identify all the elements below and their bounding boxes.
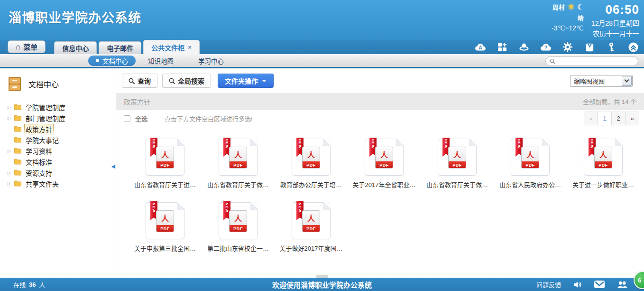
users-icon[interactable] [616, 280, 628, 289]
open-tabs: 信息中心 电子邮件 公共文件柜 × [54, 40, 202, 54]
tree-item-label: 学院管理制度 [25, 103, 66, 112]
dogear-corner [177, 139, 184, 146]
select-all-checkbox[interactable] [124, 115, 130, 122]
tree-item[interactable]: ▷ 文档标准 [0, 156, 116, 167]
expand-arrow-icon[interactable]: ▷ [8, 181, 14, 186]
global-search-button-label: 全局搜索 [178, 76, 204, 85]
sidebar-title: 文档中心 [28, 78, 59, 90]
subtab[interactable]: 学习中心 [186, 56, 236, 66]
search-input[interactable] [558, 58, 634, 65]
settings-icon[interactable] [561, 41, 574, 53]
selection-bar: 全选 点击下方文件空白区域进行多选! « 1 2 » [116, 110, 644, 127]
file-item[interactable]: NEW 人 PDF 第二批山东省校企一… [202, 202, 275, 253]
tab-close-icon[interactable]: × [188, 44, 192, 51]
tab[interactable]: 电子邮件 [99, 41, 141, 54]
file-item[interactable]: NEW 人 PDF 山东省教育厅关于做… [421, 139, 494, 189]
expand-arrow-icon[interactable]: ▷ [8, 105, 14, 110]
help-cloud-icon[interactable]: ? [540, 41, 552, 53]
sidebar: 文档中心 ▷ 学院管理制度 ▷ [0, 68, 116, 275]
add-apps-icon[interactable] [496, 41, 508, 53]
subtab-label: 学习中心 [198, 56, 224, 66]
font-cloud-icon[interactable]: A [474, 41, 487, 53]
expand-arrow-icon[interactable]: ▷ [8, 116, 14, 121]
acrobat-glyph: 人 [230, 211, 247, 225]
file-item[interactable]: NEW 人 PDF 关于进一步做好职业… [567, 139, 640, 189]
pdf-icon: 人 PDF [302, 147, 320, 169]
file-card[interactable]: NEW 人 PDF [584, 139, 623, 176]
expand-arrow-icon[interactable]: ▷ [8, 170, 14, 175]
tree-item-label: 文档标准 [25, 157, 53, 167]
file-item[interactable]: NEW 人 PDF 山东省教育厅关于做… [202, 139, 275, 189]
weather-widget: 周村 ☀ ☾ 晴 -3℃~12℃ 06:50 12月28日星期四 农历十一月十一 [552, 2, 639, 38]
page-button[interactable]: 2 [611, 112, 626, 125]
expand-arrow-icon[interactable]: ▷ [8, 149, 14, 153]
tab[interactable]: 信息中心 [54, 41, 97, 54]
global-search-button[interactable]: 全局搜索 [162, 74, 211, 88]
file-card[interactable]: NEW 人 PDF [292, 139, 331, 176]
query-button[interactable]: 查询 [122, 74, 157, 88]
file-name: 山东省教育厅关于进… [134, 180, 196, 189]
file-card[interactable]: NEW 人 PDF [511, 139, 550, 176]
file-item[interactable]: NEW 人 PDF 山东省人民政府办公… [494, 139, 567, 189]
folder-ops-button[interactable]: 文件夹操作 [218, 74, 274, 88]
tree-item[interactable]: ▷ 学院管理制度 [0, 102, 116, 113]
pdf-icon: 人 PDF [375, 147, 393, 169]
page-button[interactable]: » [625, 112, 639, 125]
folder-icon [14, 180, 21, 187]
select-dropdown-button[interactable] [622, 76, 632, 86]
file-card[interactable]: NEW 人 PDF [146, 139, 184, 176]
tree-item[interactable]: ▷ 资源支持 [0, 167, 116, 178]
page-button[interactable]: « [584, 112, 598, 125]
tree-item[interactable]: ▷ 学习资料 [0, 145, 116, 156]
mail-icon[interactable] [594, 280, 605, 289]
search-box[interactable] [545, 56, 638, 66]
subtab[interactable]: 文档中心 [88, 56, 136, 66]
select-all-label: 全选 [135, 114, 147, 123]
file-card[interactable]: NEW 人 PDF [219, 139, 258, 176]
file-item[interactable]: NEW 人 PDF 关于做好2017年度国… [275, 202, 348, 253]
file-name: 关于进一步做好职业… [572, 180, 634, 189]
pdf-type-label: PDF [156, 161, 174, 169]
sidebar-collapse-icon[interactable]: ◀ [111, 163, 115, 169]
tree-item[interactable]: ▷ 部门管理制度 [0, 113, 116, 123]
file-card[interactable]: NEW 人 PDF [365, 139, 404, 176]
dogear-corner [250, 202, 258, 210]
tree-item[interactable]: ▷ 共享文件夹 [0, 178, 116, 189]
online-count: 36 [29, 281, 36, 288]
file-card[interactable]: NEW 人 PDF [146, 202, 184, 239]
user-icon[interactable] [518, 41, 530, 53]
file-card[interactable]: NEW 人 PDF [292, 202, 331, 239]
speaker-icon[interactable] [572, 280, 582, 290]
file-card[interactable]: NEW 人 PDF [219, 202, 258, 239]
file-item[interactable]: NEW 人 PDF 关于申报第三批全国… [129, 202, 202, 253]
collapse-icon[interactable] [627, 41, 639, 53]
tree-item[interactable]: ▷ 政策方针 [0, 123, 116, 134]
file-item[interactable]: NEW 人 PDF 教育部办公厅关于培… [275, 139, 348, 189]
file-item[interactable]: NEW 人 PDF 山东省教育厅关于进… [129, 139, 202, 189]
feedback-link[interactable]: 问题反馈 [536, 280, 561, 289]
view-mode-select[interactable]: 缩略图视图 [570, 75, 633, 87]
file-name: 关于做好2017年度国… [280, 244, 343, 253]
file-item[interactable]: NEW 人 PDF 关于2017年全省职业… [348, 139, 421, 189]
header-toolbar: A ? [474, 41, 639, 53]
pagination: « 1 2 » [584, 112, 639, 125]
file-card[interactable]: NEW 人 PDF [438, 139, 477, 176]
moon-icon: ☾ [577, 3, 583, 11]
key-icon[interactable] [605, 41, 617, 53]
pdf-type-label: PDF [376, 161, 393, 169]
acrobat-glyph: 人 [449, 147, 466, 161]
page-button[interactable]: 1 [598, 112, 612, 125]
sun-icon: ☀ [568, 2, 574, 11]
gift-icon[interactable] [583, 41, 596, 53]
weather-condition: 晴 [578, 13, 584, 22]
app-window: 淄博职业学院办公系统 周村 ☀ ☾ 晴 -3℃~12℃ 06:50 12月28日… [0, 0, 644, 291]
folder-icon [14, 148, 21, 154]
subtab[interactable]: 知识地图 [136, 56, 186, 66]
tree-item-label: 学习资料 [25, 146, 53, 156]
svg-text:A: A [478, 45, 482, 50]
menu-button[interactable]: ⌂ 菜单 [8, 40, 46, 53]
pdf-icon: 人 PDF [594, 147, 612, 169]
weather-location: 周村 [552, 2, 565, 11]
tree-item[interactable]: ▷ 学院大事记 [0, 134, 116, 145]
tab[interactable]: 公共文件柜 × [143, 40, 200, 54]
